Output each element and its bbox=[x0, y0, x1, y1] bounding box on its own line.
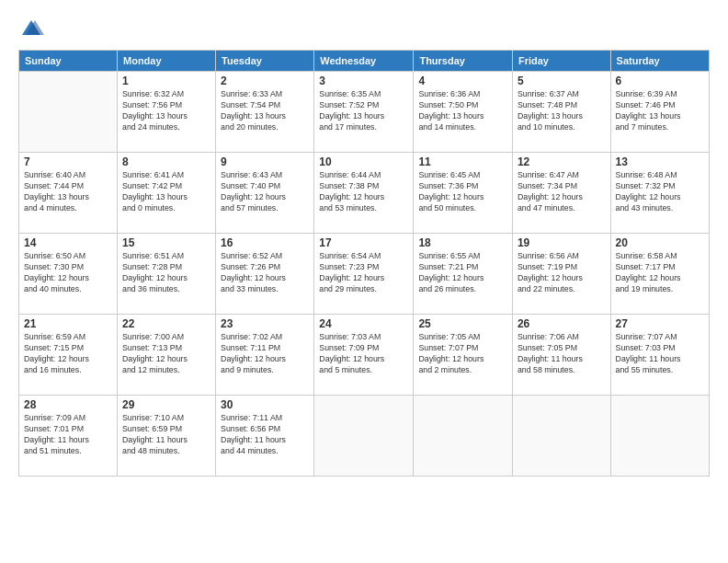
calendar-cell: 6Sunrise: 6:39 AM Sunset: 7:46 PM Daylig… bbox=[610, 72, 709, 153]
day-info: Sunrise: 6:36 AM Sunset: 7:50 PM Dayligh… bbox=[418, 89, 507, 133]
calendar-cell bbox=[19, 72, 118, 153]
calendar-week-3: 21Sunrise: 6:59 AM Sunset: 7:15 PM Dayli… bbox=[19, 315, 710, 396]
day-info: Sunrise: 6:51 AM Sunset: 7:28 PM Dayligh… bbox=[122, 251, 210, 295]
calendar-cell bbox=[414, 396, 513, 477]
day-number: 28 bbox=[24, 398, 112, 411]
calendar-cell: 10Sunrise: 6:44 AM Sunset: 7:38 PM Dayli… bbox=[314, 153, 414, 234]
day-info: Sunrise: 6:33 AM Sunset: 7:54 PM Dayligh… bbox=[221, 89, 309, 133]
logo-icon bbox=[18, 17, 44, 42]
calendar-cell: 2Sunrise: 6:33 AM Sunset: 7:54 PM Daylig… bbox=[216, 72, 314, 153]
calendar-cell: 24Sunrise: 7:03 AM Sunset: 7:09 PM Dayli… bbox=[314, 315, 414, 396]
calendar-cell: 1Sunrise: 6:32 AM Sunset: 7:56 PM Daylig… bbox=[118, 72, 216, 153]
day-number: 27 bbox=[616, 317, 704, 330]
day-info: Sunrise: 6:45 AM Sunset: 7:36 PM Dayligh… bbox=[418, 170, 507, 214]
day-number: 24 bbox=[319, 317, 408, 330]
day-info: Sunrise: 6:40 AM Sunset: 7:44 PM Dayligh… bbox=[24, 170, 112, 214]
day-number: 23 bbox=[221, 317, 309, 330]
logo bbox=[18, 17, 48, 42]
day-number: 22 bbox=[122, 317, 210, 330]
day-info: Sunrise: 6:37 AM Sunset: 7:48 PM Dayligh… bbox=[518, 89, 606, 133]
day-info: Sunrise: 7:06 AM Sunset: 7:05 PM Dayligh… bbox=[518, 332, 606, 376]
calendar-cell: 21Sunrise: 6:59 AM Sunset: 7:15 PM Dayli… bbox=[19, 315, 118, 396]
day-number: 29 bbox=[122, 398, 210, 411]
day-info: Sunrise: 7:07 AM Sunset: 7:03 PM Dayligh… bbox=[616, 332, 704, 376]
day-number: 6 bbox=[616, 75, 704, 87]
calendar-cell: 26Sunrise: 7:06 AM Sunset: 7:05 PM Dayli… bbox=[512, 315, 610, 396]
header bbox=[18, 17, 710, 42]
day-number: 19 bbox=[518, 236, 606, 249]
day-number: 18 bbox=[418, 236, 507, 249]
column-header-thursday: Thursday bbox=[414, 51, 513, 72]
column-header-sunday: Sunday bbox=[19, 51, 118, 72]
calendar-cell: 23Sunrise: 7:02 AM Sunset: 7:11 PM Dayli… bbox=[216, 315, 314, 396]
column-header-friday: Friday bbox=[512, 51, 610, 72]
day-info: Sunrise: 6:39 AM Sunset: 7:46 PM Dayligh… bbox=[616, 89, 704, 133]
calendar-cell: 12Sunrise: 6:47 AM Sunset: 7:34 PM Dayli… bbox=[512, 153, 610, 234]
day-number: 3 bbox=[319, 75, 408, 87]
day-number: 20 bbox=[616, 236, 704, 249]
calendar-cell: 18Sunrise: 6:55 AM Sunset: 7:21 PM Dayli… bbox=[414, 234, 513, 315]
calendar-cell: 29Sunrise: 7:10 AM Sunset: 6:59 PM Dayli… bbox=[118, 396, 216, 477]
calendar-cell: 28Sunrise: 7:09 AM Sunset: 7:01 PM Dayli… bbox=[19, 396, 118, 477]
calendar-week-0: 1Sunrise: 6:32 AM Sunset: 7:56 PM Daylig… bbox=[19, 72, 710, 153]
day-info: Sunrise: 6:32 AM Sunset: 7:56 PM Dayligh… bbox=[122, 89, 210, 133]
day-number: 10 bbox=[319, 155, 408, 168]
day-number: 15 bbox=[122, 236, 210, 249]
calendar-cell bbox=[610, 396, 709, 477]
calendar-cell: 7Sunrise: 6:40 AM Sunset: 7:44 PM Daylig… bbox=[19, 153, 118, 234]
calendar-cell: 3Sunrise: 6:35 AM Sunset: 7:52 PM Daylig… bbox=[314, 72, 414, 153]
day-number: 14 bbox=[24, 236, 112, 249]
day-info: Sunrise: 7:00 AM Sunset: 7:13 PM Dayligh… bbox=[122, 332, 210, 376]
day-info: Sunrise: 6:52 AM Sunset: 7:26 PM Dayligh… bbox=[221, 251, 309, 295]
day-info: Sunrise: 7:09 AM Sunset: 7:01 PM Dayligh… bbox=[24, 413, 112, 457]
day-info: Sunrise: 6:41 AM Sunset: 7:42 PM Dayligh… bbox=[122, 170, 210, 214]
day-info: Sunrise: 7:03 AM Sunset: 7:09 PM Dayligh… bbox=[319, 332, 408, 376]
day-info: Sunrise: 6:55 AM Sunset: 7:21 PM Dayligh… bbox=[418, 251, 507, 295]
day-info: Sunrise: 6:58 AM Sunset: 7:17 PM Dayligh… bbox=[616, 251, 704, 295]
day-number: 9 bbox=[221, 155, 309, 168]
calendar-cell: 16Sunrise: 6:52 AM Sunset: 7:26 PM Dayli… bbox=[216, 234, 314, 315]
column-header-saturday: Saturday bbox=[610, 51, 709, 72]
day-info: Sunrise: 6:48 AM Sunset: 7:32 PM Dayligh… bbox=[616, 170, 704, 214]
day-info: Sunrise: 7:10 AM Sunset: 6:59 PM Dayligh… bbox=[122, 413, 210, 457]
calendar-cell: 25Sunrise: 7:05 AM Sunset: 7:07 PM Dayli… bbox=[414, 315, 513, 396]
day-info: Sunrise: 6:47 AM Sunset: 7:34 PM Dayligh… bbox=[518, 170, 606, 214]
calendar-table: SundayMondayTuesdayWednesdayThursdayFrid… bbox=[18, 50, 710, 477]
calendar-cell: 17Sunrise: 6:54 AM Sunset: 7:23 PM Dayli… bbox=[314, 234, 414, 315]
day-number: 30 bbox=[221, 398, 309, 411]
calendar-header-row: SundayMondayTuesdayWednesdayThursdayFrid… bbox=[19, 51, 710, 72]
calendar-cell: 15Sunrise: 6:51 AM Sunset: 7:28 PM Dayli… bbox=[118, 234, 216, 315]
day-number: 12 bbox=[518, 155, 606, 168]
day-info: Sunrise: 6:50 AM Sunset: 7:30 PM Dayligh… bbox=[24, 251, 112, 295]
calendar-week-4: 28Sunrise: 7:09 AM Sunset: 7:01 PM Dayli… bbox=[19, 396, 710, 477]
day-number: 5 bbox=[518, 75, 606, 87]
calendar-cell bbox=[314, 396, 414, 477]
day-info: Sunrise: 6:44 AM Sunset: 7:38 PM Dayligh… bbox=[319, 170, 408, 214]
page: SundayMondayTuesdayWednesdayThursdayFrid… bbox=[0, 0, 728, 563]
calendar-cell: 14Sunrise: 6:50 AM Sunset: 7:30 PM Dayli… bbox=[19, 234, 118, 315]
day-number: 26 bbox=[518, 317, 606, 330]
calendar-week-2: 14Sunrise: 6:50 AM Sunset: 7:30 PM Dayli… bbox=[19, 234, 710, 315]
calendar-cell: 19Sunrise: 6:56 AM Sunset: 7:19 PM Dayli… bbox=[512, 234, 610, 315]
day-info: Sunrise: 6:59 AM Sunset: 7:15 PM Dayligh… bbox=[24, 332, 112, 376]
day-number: 1 bbox=[122, 75, 210, 87]
calendar-cell: 20Sunrise: 6:58 AM Sunset: 7:17 PM Dayli… bbox=[610, 234, 709, 315]
calendar-cell: 8Sunrise: 6:41 AM Sunset: 7:42 PM Daylig… bbox=[118, 153, 216, 234]
day-info: Sunrise: 7:05 AM Sunset: 7:07 PM Dayligh… bbox=[418, 332, 507, 376]
day-info: Sunrise: 6:35 AM Sunset: 7:52 PM Dayligh… bbox=[319, 89, 408, 133]
day-number: 21 bbox=[24, 317, 112, 330]
day-number: 2 bbox=[221, 75, 309, 87]
column-header-tuesday: Tuesday bbox=[216, 51, 314, 72]
day-number: 17 bbox=[319, 236, 408, 249]
calendar-cell bbox=[512, 396, 610, 477]
day-number: 8 bbox=[122, 155, 210, 168]
day-number: 13 bbox=[616, 155, 704, 168]
day-number: 11 bbox=[418, 155, 507, 168]
calendar-cell: 11Sunrise: 6:45 AM Sunset: 7:36 PM Dayli… bbox=[414, 153, 513, 234]
day-info: Sunrise: 7:02 AM Sunset: 7:11 PM Dayligh… bbox=[221, 332, 309, 376]
calendar-cell: 13Sunrise: 6:48 AM Sunset: 7:32 PM Dayli… bbox=[610, 153, 709, 234]
day-number: 7 bbox=[24, 155, 112, 168]
column-header-wednesday: Wednesday bbox=[314, 51, 414, 72]
day-number: 16 bbox=[221, 236, 309, 249]
calendar-cell: 4Sunrise: 6:36 AM Sunset: 7:50 PM Daylig… bbox=[414, 72, 513, 153]
